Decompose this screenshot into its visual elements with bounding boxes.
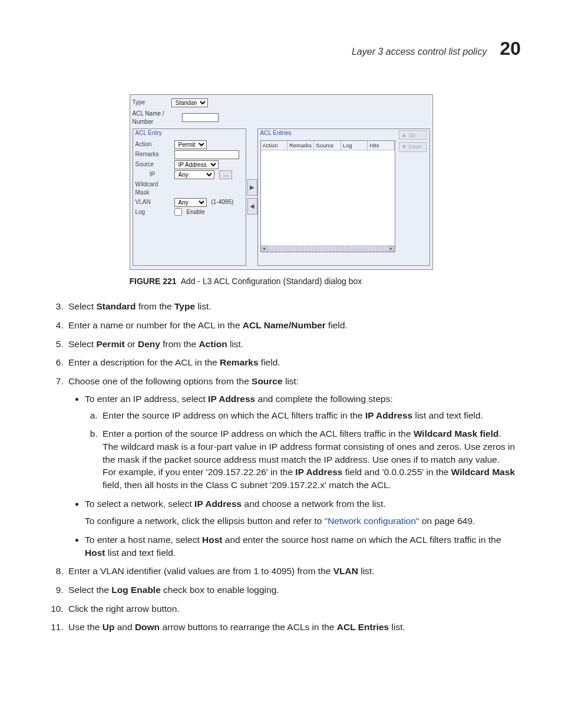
step-4: Enter a name or number for the ACL in th… xyxy=(66,319,521,332)
action-label: Action xyxy=(135,140,170,149)
vlan-hint: (1-4095) xyxy=(211,198,234,206)
step-5: Select Permit or Deny from the Action li… xyxy=(66,338,521,351)
log-enable-label: Enable xyxy=(187,208,205,216)
add-arrow-right-button[interactable]: ▶ xyxy=(247,179,257,196)
log-enable-checkbox[interactable] xyxy=(174,208,182,216)
col-source: Source xyxy=(314,141,340,150)
ip-select[interactable]: Any xyxy=(174,170,214,179)
step-11: Use the Up and Down arrow buttons to rea… xyxy=(66,621,521,634)
action-select[interactable]: Permit xyxy=(174,140,207,149)
acl-name-input[interactable] xyxy=(182,113,219,122)
instruction-list: Select Standard from the Type list. Ente… xyxy=(41,300,521,634)
up-button[interactable]: ▲Up xyxy=(399,130,427,140)
vlan-label: VLAN xyxy=(135,198,170,206)
col-log: Log xyxy=(341,141,368,150)
dialog-acl-config: Type Standard ACL Name / Number ACL Entr… xyxy=(130,94,433,270)
remove-arrow-left-button[interactable]: ◀ xyxy=(247,198,257,215)
ip-ellipsis-button[interactable]: .... xyxy=(219,170,232,179)
down-button[interactable]: ▼Down xyxy=(399,142,427,152)
acl-entries-title: ACL Entries xyxy=(260,129,395,137)
step-10: Click the right arrow button. xyxy=(66,602,521,615)
col-remarks: Remarks xyxy=(287,141,314,150)
step-7b: Enter a portion of the source IP address… xyxy=(100,427,521,491)
transfer-buttons: ▶ ◀ xyxy=(247,129,256,266)
log-label: Log xyxy=(135,208,170,216)
network-configuration-link[interactable]: "Network configuration" xyxy=(325,516,419,526)
ip-label: IP xyxy=(135,170,170,179)
col-action: Action xyxy=(261,141,287,150)
step-8: Enter a VLAN identifier (valid values ar… xyxy=(66,565,521,578)
acl-name-label: ACL Name / Number xyxy=(133,110,177,126)
header-title: Layer 3 access control list policy xyxy=(352,45,487,58)
step-3: Select Standard from the Type list. xyxy=(66,300,521,313)
remarks-input[interactable] xyxy=(174,150,239,159)
step-7: Choose one of the following options from… xyxy=(66,375,521,559)
step-7-bullet-host: To enter a host name, select Host and en… xyxy=(85,533,521,559)
step-7a: Enter the source IP address on which the… xyxy=(100,409,521,422)
page-header: Layer 3 access control list policy 20 xyxy=(41,35,521,62)
step-6: Enter a description for the ACL in the R… xyxy=(66,356,521,369)
figure-221: Type Standard ACL Name / Number ACL Entr… xyxy=(130,94,433,288)
step-7-bullet-ip: To enter an IP address, select IP Addres… xyxy=(85,393,521,492)
wildcard-label: Wildcard Mask xyxy=(135,180,170,197)
vlan-select[interactable]: Any xyxy=(174,198,207,207)
type-select[interactable]: Standard xyxy=(171,98,208,107)
hscrollbar[interactable]: ◂▸ xyxy=(261,245,395,252)
col-hits: Hits xyxy=(368,141,394,150)
chapter-number: 20 xyxy=(500,35,521,62)
type-label: Type xyxy=(133,98,167,107)
source-label: Source xyxy=(135,160,170,169)
source-select[interactable]: IP Address xyxy=(174,160,219,169)
step-9: Select the Log Enable check box to enabl… xyxy=(66,584,521,597)
acl-entry-title: ACL Entry xyxy=(135,129,243,137)
step-7-bullet-network: To select a network, select IP Address a… xyxy=(85,498,521,528)
acl-entries-table[interactable]: Action Remarks Source Log Hits ◂▸ xyxy=(260,140,395,252)
remarks-label: Remarks xyxy=(135,150,170,159)
figure-caption: FIGURE 221 Add - L3 ACL Configuration (S… xyxy=(130,276,433,288)
